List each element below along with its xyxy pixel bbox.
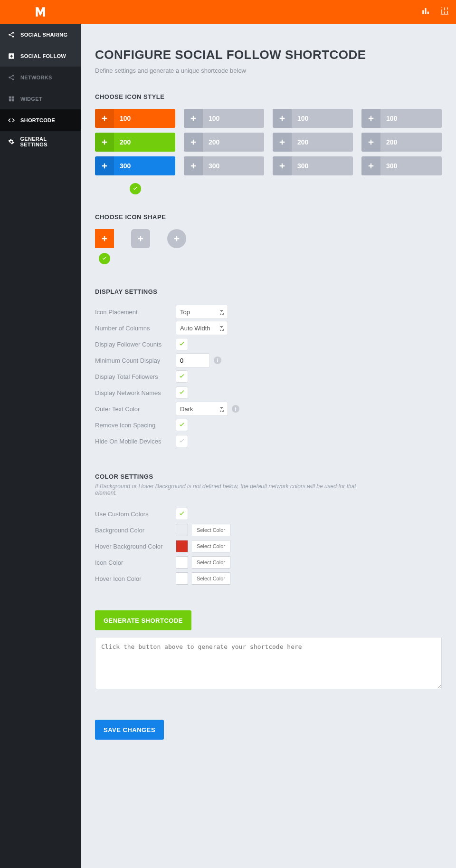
label-min-count: Minimum Count Display: [95, 357, 176, 364]
input-min-count[interactable]: [176, 353, 210, 367]
checkbox-use-custom-colors[interactable]: [176, 508, 188, 520]
label-network-names: Display Network Names: [95, 389, 176, 396]
icon-style-label: 200: [380, 133, 442, 152]
nav-label: NETWORKS: [20, 75, 52, 80]
sliders-icon[interactable]: [440, 7, 449, 17]
checkbox-total-followers[interactable]: [176, 370, 188, 383]
label-num-columns: Number of Columns: [95, 325, 176, 332]
check-icon: [178, 421, 186, 429]
icon-style-option[interactable]: 300: [184, 156, 264, 175]
svg-rect-3: [441, 14, 449, 15]
page-subtitle: Define settings and generate a unique sh…: [95, 67, 442, 74]
icon-style-label: 300: [380, 156, 442, 175]
checkbox-remove-spacing[interactable]: [176, 419, 188, 431]
nav-networks[interactable]: NETWORKS: [0, 67, 81, 88]
label-follower-counts: Display Follower Counts: [95, 341, 176, 348]
select-color-button[interactable]: Select Color: [192, 540, 230, 552]
plus-icon: [368, 115, 374, 122]
select-outer-text-color[interactable]: Dark: [176, 402, 228, 416]
svg-rect-13: [9, 99, 11, 101]
swatch-icon-color[interactable]: [176, 556, 188, 569]
color-settings: COLOR SETTINGS If Background or Hover Ba…: [95, 473, 442, 587]
topbar: [0, 0, 456, 24]
checkbox-follower-counts[interactable]: [176, 338, 188, 350]
check-icon: [178, 340, 186, 348]
icon-style-selection-row: [95, 179, 442, 213]
shape-rounded[interactable]: [131, 229, 150, 248]
nav-social-sharing[interactable]: SOCIAL SHARING: [0, 24, 81, 45]
bar-chart-icon[interactable]: [421, 7, 430, 17]
plus-icon: [368, 139, 374, 145]
swatch-hover-icon-color[interactable]: [176, 572, 188, 585]
shape-square[interactable]: [95, 229, 114, 248]
icon-style-heading: CHOOSE ICON STYLE: [95, 93, 442, 100]
share-icon: [7, 74, 16, 81]
selected-check-icon: [99, 253, 110, 264]
logo[interactable]: [0, 0, 81, 24]
display-settings-heading: DISPLAY SETTINGS: [95, 288, 442, 295]
select-color-button[interactable]: Select Color: [192, 556, 230, 569]
icon-style-option[interactable]: 200: [273, 133, 353, 152]
plus-icon: [279, 139, 285, 145]
icon-style-option[interactable]: 300: [361, 156, 442, 175]
icon-style-label: 200: [114, 133, 175, 152]
select-num-columns[interactable]: Auto Width: [176, 321, 228, 335]
plus-icon: [173, 235, 180, 242]
icon-style-option[interactable]: 200: [184, 133, 264, 152]
share-icon: [7, 31, 16, 38]
display-settings: DISPLAY SETTINGS Icon Placement Top Numb…: [95, 288, 442, 449]
check-icon: [178, 373, 186, 380]
checkbox-network-names[interactable]: [176, 386, 188, 399]
svg-rect-12: [12, 96, 14, 98]
icon-style-option[interactable]: 100: [184, 109, 264, 128]
label-hover-bg-color: Hover Background Color: [95, 543, 176, 550]
label-bg-color: Background Color: [95, 527, 176, 534]
select-color-button[interactable]: Select Color: [192, 572, 230, 585]
plus-icon: [279, 163, 285, 169]
code-icon: [7, 117, 16, 124]
shape-circle[interactable]: [167, 229, 186, 248]
icon-style-label: 300: [114, 156, 175, 175]
icon-style-option[interactable]: 100: [361, 109, 442, 128]
icon-style-option[interactable]: 100: [273, 109, 353, 128]
plus-icon: [101, 163, 108, 169]
nav-general-settings[interactable]: GENERAL SETTINGS: [0, 131, 81, 152]
main-content: CONFIGURE SOCIAL FOLLOW SHORTCODE Define…: [81, 24, 456, 768]
plus-icon: [137, 235, 144, 242]
icon-style-option[interactable]: 300: [273, 156, 353, 175]
svg-rect-0: [422, 10, 424, 14]
nav-label: WIDGET: [20, 96, 42, 102]
select-icon-placement[interactable]: Top: [176, 305, 228, 319]
label-icon-placement: Icon Placement: [95, 309, 176, 316]
label-remove-spacing: Remove Icon Spacing: [95, 422, 176, 429]
nav-shortcode[interactable]: SHORTCODE: [0, 109, 81, 131]
check-icon: [178, 389, 186, 396]
swatch-bg-color[interactable]: [176, 524, 188, 536]
generate-shortcode-button[interactable]: GENERATE SHORTCODE: [95, 610, 191, 630]
icon-style-option[interactable]: 200: [95, 133, 175, 152]
checkbox-hide-mobile[interactable]: [176, 435, 188, 447]
shortcode-output[interactable]: [95, 637, 442, 689]
icon-style-option[interactable]: 100: [95, 109, 175, 128]
icon-style-option[interactable]: 300: [95, 156, 175, 175]
nav-social-follow[interactable]: SOCIAL FOLLOW: [0, 45, 81, 67]
sidebar: SOCIAL SHARING SOCIAL FOLLOW NETWORKS WI…: [0, 24, 81, 768]
info-icon[interactable]: i: [214, 357, 221, 364]
nav-widget[interactable]: WIDGET: [0, 88, 81, 109]
swatch-hover-bg-color[interactable]: [176, 540, 188, 552]
icon-shape-heading: CHOOSE ICON SHAPE: [95, 213, 442, 221]
plus-icon: [101, 115, 108, 122]
icon-style-label: 300: [292, 156, 353, 175]
svg-rect-1: [425, 8, 427, 14]
icon-style-label: 200: [292, 133, 353, 152]
icon-style-option[interactable]: 200: [361, 133, 442, 152]
check-icon: [178, 437, 186, 445]
label-use-custom: Use Custom Colors: [95, 511, 176, 518]
icon-style-label: 300: [203, 156, 264, 175]
info-icon[interactable]: i: [232, 405, 239, 413]
save-changes-button[interactable]: SAVE CHANGES: [95, 720, 164, 740]
nav-label: SOCIAL SHARING: [20, 32, 67, 38]
select-color-button[interactable]: Select Color: [192, 524, 230, 536]
svg-rect-2: [428, 12, 429, 14]
grid-icon: [7, 96, 16, 102]
